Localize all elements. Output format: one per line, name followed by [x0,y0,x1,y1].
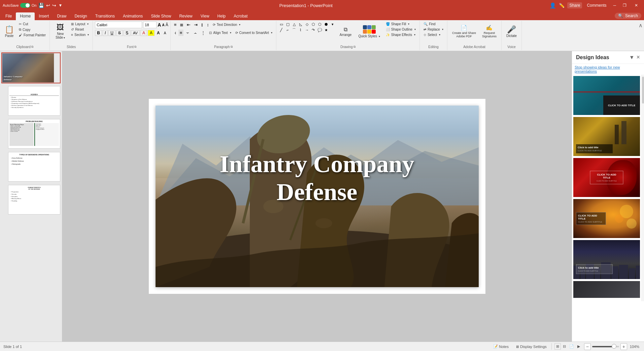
highlight-color-button[interactable]: A [148,30,155,36]
shadow-button[interactable]: S [124,30,130,36]
design-scroll-thumb[interactable] [642,77,644,104]
star-shape[interactable]: ★ [323,27,329,33]
font-size-up-btn2[interactable]: A [155,30,162,36]
design-scroll-track[interactable] [641,75,644,301]
zoom-level[interactable]: 104% [629,344,641,349]
decrease-indent-button[interactable]: ⇤ [185,22,192,28]
align-left-button[interactable]: ⫞ [173,30,178,36]
design-idea-5[interactable]: Click to add title CLICK TO ADD SUBTITLE [573,240,640,279]
line-spacing-button[interactable]: ↕ [205,22,210,28]
customize-icon[interactable]: ▼ [58,3,62,8]
tab-review[interactable]: Review [175,12,196,20]
slideshow-button[interactable]: ▶ [576,344,581,349]
design-idea-1[interactable]: CLICK TO ADD TITLE [573,76,640,115]
tab-insert[interactable]: Insert [35,12,53,20]
slide-thumb-5[interactable]: 5 CHARACTERISTICSOF THE DEFENSE • Prepar… [1,184,61,215]
design-idea-2[interactable]: Click to add title CLICK TO ADD SUBTITLE [573,117,640,156]
design-idea-3[interactable]: CLICK TO ADD TITLE CLICK TO ADD SUBTITLE [573,158,640,197]
align-right-button[interactable]: ⫟ [184,30,191,36]
slide-thumb-1[interactable]: 1 Infantry CompanyDefense [1,52,61,83]
design-panel-collapse[interactable]: ▼ [629,54,635,61]
zoom-plus-button[interactable]: + [620,343,627,350]
slide-thumb-4[interactable]: 4 TYPES OF DEFENSIVE OPERATIONS • Area D… [1,151,61,182]
display-settings-button[interactable]: 🖥 Display Settings [513,344,549,349]
autosave-pill[interactable] [20,3,30,8]
slide-sorter-button[interactable]: ⊟ [562,344,567,349]
tab-draw[interactable]: Draw [53,12,70,20]
cut-button[interactable]: ✂ Cut [17,22,47,27]
numbering-button[interactable]: ≣ [178,22,185,28]
new-slide-button[interactable]: 🖼 NewSlide▾ [52,22,69,42]
paragraph-expand-icon[interactable]: ⧉ [231,45,233,49]
octagon-shape[interactable]: ⬢ [323,22,329,27]
curved-arrow-shape[interactable]: ↷ [310,27,316,33]
zoom-slider[interactable] [592,346,619,347]
reset-button[interactable]: ↺ Reset [69,27,91,32]
drawing-expand-icon[interactable]: ⧉ [353,45,355,49]
more-para-button[interactable]: ⋮ [200,30,207,36]
convert-smartart-button[interactable]: ⟳ Convert to SmartArt ▾ [234,30,274,35]
arrow-shape[interactable]: → [304,27,310,33]
hexagon-shape[interactable]: ⬡ [317,22,323,27]
profile-icon[interactable]: 👤 [549,2,556,9]
font-spacing-button[interactable]: AV [131,30,140,36]
more-shapes[interactable]: ▾ [330,22,336,27]
underline-button[interactable]: U [108,30,115,36]
restore-button[interactable]: ❐ [621,2,629,8]
design-panel-close[interactable]: × [636,54,640,61]
layout-button[interactable]: ⊞ Layout ▾ [69,22,91,27]
minimize-button[interactable]: ─ [611,2,618,8]
align-center-button[interactable]: ≡ [178,30,184,36]
close-button[interactable]: ✕ [631,2,641,8]
bold-button[interactable]: B [95,30,102,36]
strikethrough-button[interactable]: S [116,30,123,36]
pen-icon[interactable]: ✏️ [559,3,565,8]
select-button[interactable]: ⊹ Select ▾ [422,32,445,37]
font-size-input[interactable] [143,22,157,28]
font-expand-icon[interactable]: ⧉ [134,45,136,49]
comments-button[interactable]: Comments [585,2,608,8]
copy-button[interactable]: ⧉ Copy [17,27,47,32]
elbow-shape[interactable]: ⌐ [285,27,291,33]
shape-outline-button[interactable]: ⬜ Shape Outline ▾ [384,27,417,32]
right-triangle-shape[interactable]: ◺ [298,22,304,27]
clear-format-button[interactable]: Ā [166,23,168,27]
tab-view[interactable]: View [197,12,213,20]
diamond-shape[interactable]: ◇ [304,22,310,27]
replace-button[interactable]: ⇄ Replace ▾ [422,27,445,32]
undo-icon[interactable]: ↩ [46,3,50,8]
slide-thumb-3[interactable]: 3 PROBLEM BUILDING Event Planning Steps … [1,118,61,149]
tab-design[interactable]: Design [70,12,91,20]
text-direction-button[interactable]: ⟳ Text Direction ▾ [211,22,242,27]
slide-canvas[interactable]: Infantry Company Defense [156,106,479,287]
rounded-rect-shape[interactable]: ▢ [285,22,291,27]
search-box[interactable]: 🔍 Search [615,13,641,19]
ribbon-collapse-button[interactable]: ∧ [639,22,643,29]
tab-acrobat[interactable]: Acrobat [230,12,251,20]
clipboard-expand-icon[interactable]: ⧉ [31,45,33,49]
tab-file[interactable]: File [1,12,16,20]
tab-slideshow[interactable]: Slide Show [147,12,175,20]
reading-view-button[interactable]: 📄 [568,344,575,349]
font-color-button[interactable]: A [140,30,147,36]
increase-font-button[interactable]: A [158,22,161,28]
decrease-font-button[interactable]: A [162,23,164,27]
design-idea-4[interactable]: CLICK TO ADD TITLE CLICK TO ADD SUBTITLE [573,199,640,238]
shape-fill-button[interactable]: 🪣 Shape Fill ▾ [384,22,417,27]
font-name-input[interactable] [95,22,142,28]
curved-shape[interactable]: ⌒ [291,27,297,33]
triangle-shape[interactable]: △ [291,22,297,27]
quick-styles-button[interactable]: Quick Styles ▾ [355,22,382,42]
notes-button[interactable]: 📝 Notes [491,344,511,349]
zoom-minus-button[interactable]: − [584,343,591,350]
italic-button[interactable]: I [103,30,108,36]
increase-indent-button[interactable]: ⇥ [193,22,199,28]
align-text-button[interactable]: ⊡ Align Text ▾ [207,30,233,35]
create-pdf-button[interactable]: 📄 Create and ShareAdobe PDF [449,22,479,42]
design-idea-6[interactable] [573,281,640,298]
autosave-toggle[interactable]: AutoSave On [3,3,36,8]
tab-animations[interactable]: Animations [119,12,147,20]
font-size-dn-btn2[interactable]: A [162,31,168,35]
columns-button[interactable]: ⫿ [200,22,205,28]
paste-button[interactable]: 📋 Paste [2,22,16,42]
